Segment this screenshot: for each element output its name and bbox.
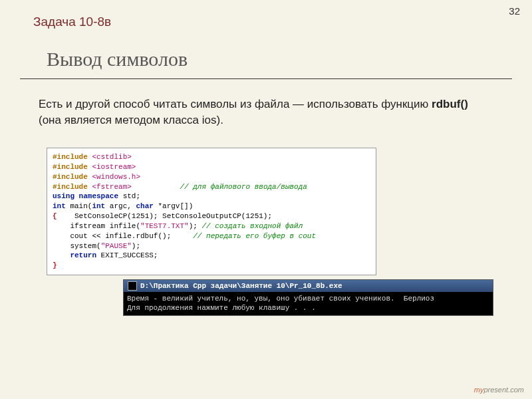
brace: } [53,261,57,269]
console-icon [128,281,137,291]
inc: <iostream> [92,163,136,171]
kw: char [136,202,153,210]
pp: #include [53,163,92,171]
comment: // создать входной файл [201,222,303,230]
kw: int [92,202,105,210]
pp: #include [53,173,92,181]
divider [20,78,512,79]
console-line: Для продолжения нажмите любую клавишу . … [127,304,316,312]
string: "TEST7.TXT" [140,222,189,230]
inc: <fstream> [92,183,131,191]
code-text: argc, [105,202,136,210]
body-paragraph: Есть и другой способ читать символы из ф… [39,96,492,128]
string: "PAUSE" [101,242,132,250]
pp: #include [53,183,92,191]
paragraph-bold: rdbuf() [432,98,468,110]
inc: <windows.h> [92,173,140,181]
brace: { [53,212,57,220]
code-text: ); [189,222,202,230]
pp: #include [53,153,92,161]
console-path: D:\Практика Cpp задачи\Занятие 10\Pr_10_… [140,282,342,290]
comment: // передать его буфер в cout [193,232,316,240]
code-text: ifstream infile( [53,222,140,230]
code-text: system( [53,242,101,250]
code-text: main( [66,202,92,210]
kw: return [53,251,96,259]
code-block: #include <cstdlib> #include <iostream> #… [47,148,376,275]
paragraph-text: Есть и другой способ читать символы из ф… [39,98,432,110]
code-text: EXIT_SUCCESS; [96,251,158,259]
watermark-red: my [474,386,484,394]
console-output: Время - великий учитель, но, увы, оно уб… [124,292,493,315]
paragraph-text-tail: (она является методом класса ios). [39,114,223,126]
code-text: ); [132,242,140,250]
watermark-plain: present.com [483,386,524,394]
watermark: mypresent.com [474,386,524,394]
code-text: std; [118,192,140,200]
inc: <cstdlib> [92,153,131,161]
console-titlebar: D:\Практика Cpp задачи\Занятие 10\Pr_10_… [124,280,493,292]
code-text: SetConsoleCP(1251); SetConsoleOutputCP(1… [57,212,272,220]
code-text: *argv[]) [154,202,193,210]
task-label: Задача 10-8в [33,15,111,29]
code-text: cout << infile.rdbuf(); [53,232,193,240]
kw: using namespace [53,192,118,200]
slide-title: Вывод символов [47,48,188,70]
comment: // для файлового ввода/вывода [180,183,307,191]
page-number: 32 [509,5,520,17]
console-window: D:\Практика Cpp задачи\Занятие 10\Pr_10_… [123,279,493,316]
console-line: Время - великий учитель, но, увы, оно уб… [127,295,434,303]
kw: int [53,202,66,210]
